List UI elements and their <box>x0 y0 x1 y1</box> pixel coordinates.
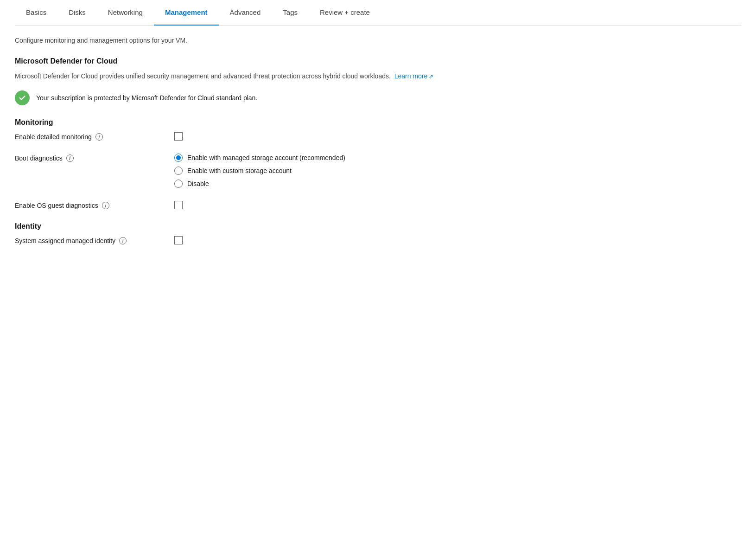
system-assigned-managed-identity-control <box>174 236 183 244</box>
enable-os-guest-diagnostics-control <box>174 201 183 209</box>
boot-diagnostics-radio-managed[interactable] <box>174 154 183 162</box>
tab-disks[interactable]: Disks <box>57 0 97 26</box>
system-assigned-managed-identity-info-icon[interactable]: i <box>119 237 127 244</box>
defender-description: Microsoft Defender for Cloud provides un… <box>15 71 741 81</box>
enable-detailed-monitoring-checkbox[interactable] <box>174 132 183 141</box>
defender-section: Microsoft Defender for Cloud Microsoft D… <box>15 57 741 105</box>
monitoring-section: Monitoring Enable detailed monitoring i … <box>15 118 741 209</box>
boot-diagnostics-option-custom[interactable]: Enable with custom storage account <box>174 167 345 175</box>
tab-networking[interactable]: Networking <box>97 0 154 26</box>
enable-os-guest-diagnostics-info-icon[interactable]: i <box>102 202 109 209</box>
tab-advanced[interactable]: Advanced <box>219 0 272 26</box>
system-assigned-managed-identity-row: System assigned managed identity i <box>15 236 741 244</box>
learn-more-link[interactable]: Learn more⇗ <box>394 72 434 80</box>
defender-heading: Microsoft Defender for Cloud <box>15 57 741 65</box>
boot-diagnostics-row: Boot diagnostics i Enable with managed s… <box>15 154 741 188</box>
system-assigned-managed-identity-checkbox[interactable] <box>174 236 183 244</box>
boot-diagnostics-option-disable[interactable]: Disable <box>174 180 345 188</box>
tab-management[interactable]: Management <box>154 0 219 26</box>
tab-review-create[interactable]: Review + create <box>309 0 381 26</box>
identity-section: Identity System assigned managed identit… <box>15 222 741 244</box>
boot-diagnostics-managed-label: Enable with managed storage account (rec… <box>187 154 345 161</box>
enable-os-guest-diagnostics-checkbox[interactable] <box>174 201 183 209</box>
tabs-nav: Basics Disks Networking Management Advan… <box>15 0 741 26</box>
enable-detailed-monitoring-row: Enable detailed monitoring i <box>15 132 741 141</box>
enable-detailed-monitoring-control <box>174 132 183 141</box>
boot-diagnostics-control: Enable with managed storage account (rec… <box>174 154 345 188</box>
boot-diagnostics-radio-disable[interactable] <box>174 180 183 188</box>
boot-diagnostics-custom-label: Enable with custom storage account <box>187 167 292 174</box>
enable-detailed-monitoring-label: Enable detailed monitoring i <box>15 132 163 141</box>
defender-status-row: Your subscription is protected by Micros… <box>15 90 741 105</box>
boot-diagnostics-disable-label: Disable <box>187 180 209 187</box>
enable-detailed-monitoring-info-icon[interactable]: i <box>95 133 103 141</box>
protected-icon <box>15 90 30 105</box>
boot-diagnostics-label: Boot diagnostics i <box>15 154 163 162</box>
enable-os-guest-diagnostics-label: Enable OS guest diagnostics i <box>15 201 163 209</box>
tab-tags[interactable]: Tags <box>272 0 309 26</box>
tab-basics[interactable]: Basics <box>15 0 57 26</box>
page-description: Configure monitoring and management opti… <box>15 37 741 44</box>
monitoring-heading: Monitoring <box>15 118 741 127</box>
boot-diagnostics-info-icon[interactable]: i <box>66 154 74 162</box>
boot-diagnostics-option-managed[interactable]: Enable with managed storage account (rec… <box>174 154 345 162</box>
defender-status-text: Your subscription is protected by Micros… <box>36 94 257 102</box>
enable-os-guest-diagnostics-row: Enable OS guest diagnostics i <box>15 201 741 209</box>
identity-heading: Identity <box>15 222 741 231</box>
external-link-icon: ⇗ <box>429 72 433 81</box>
system-assigned-managed-identity-label: System assigned managed identity i <box>15 236 163 244</box>
boot-diagnostics-radio-custom[interactable] <box>174 167 183 175</box>
